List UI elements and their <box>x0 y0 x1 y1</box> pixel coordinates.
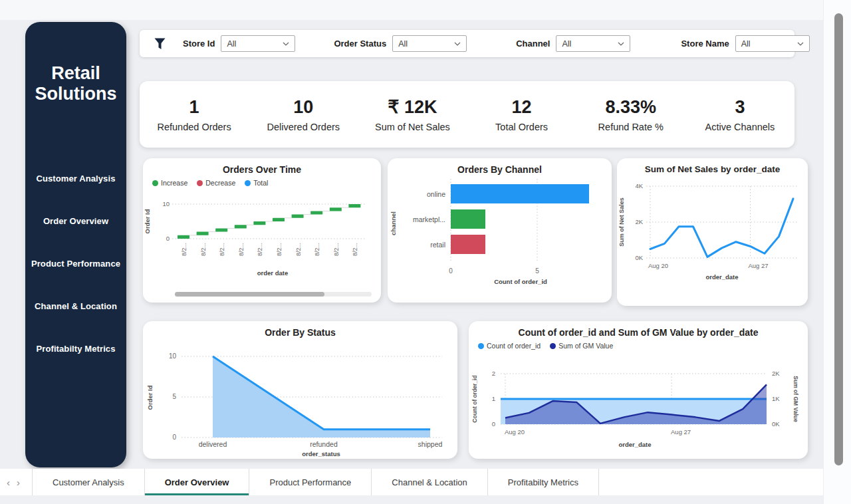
svg-text:Order Id: Order Id <box>144 209 151 233</box>
combo-plot: 00K11K22KAug 20Aug 27order_dateCount of … <box>469 350 801 451</box>
sidebar-item-profitability-metrics[interactable]: Profitabilty Metrics <box>25 344 126 354</box>
chart-orders-over-time: Orders Over Time Increase Decrease Total… <box>143 158 381 303</box>
sidebar-item-customer-analysis[interactable]: Customer Analysis <box>25 174 126 184</box>
kpi-label: Total Orders <box>467 122 576 132</box>
kpi-active-channels: 3 Active Channels <box>685 96 794 132</box>
chevron-down-icon <box>454 42 461 46</box>
tab-product-performance[interactable]: Product Performance <box>249 469 372 495</box>
sidebar-item-channel-location[interactable]: Channel & Location <box>25 301 126 312</box>
kpi-label: Refunded Orders <box>140 122 249 132</box>
sidebar-item-order-overview[interactable]: Order Overview <box>25 216 126 227</box>
kpi-delivered-orders: 10 Delivered Orders <box>249 96 358 132</box>
dashboard-page: Retail Solutions Customer Analysis Order… <box>0 0 851 504</box>
svg-text:5: 5 <box>172 393 176 400</box>
chart-title: Order By Status <box>143 321 457 338</box>
kpi-value: 10 <box>249 96 358 118</box>
tab-profitability-metrics[interactable]: Profitabilty Metrics <box>488 469 599 495</box>
svg-text:8/2...: 8/2... <box>276 243 283 256</box>
kpi-label: Active Channels <box>685 122 794 132</box>
legend-dot-total <box>245 180 251 186</box>
svg-text:8/2...: 8/2... <box>314 243 320 256</box>
chart-orders-by-channel: Orders By Channel onlinemarketpl...retai… <box>388 158 612 303</box>
svg-text:5: 5 <box>535 267 539 275</box>
filter-channel-label: Channel <box>516 39 550 49</box>
kpi-net-sales: ₹ 12K Sum of Net Sales <box>358 96 467 132</box>
chevron-down-icon <box>283 42 289 46</box>
filter-store-name-label: Store Name <box>681 39 729 49</box>
svg-text:4K: 4K <box>635 182 643 189</box>
sidebar-item-product-performance[interactable]: Product Performance <box>25 259 126 269</box>
svg-text:refunded: refunded <box>310 440 338 448</box>
svg-text:Aug 27: Aug 27 <box>748 262 768 269</box>
page-scrollbar-thumb[interactable] <box>834 13 843 465</box>
kpi-value: 1 <box>140 96 249 118</box>
svg-text:order_date: order_date <box>705 273 738 281</box>
svg-text:0K: 0K <box>635 254 643 261</box>
chevron-down-icon <box>618 42 624 46</box>
svg-text:0: 0 <box>449 267 453 275</box>
tab-prev-icon[interactable]: ‹ <box>7 477 10 488</box>
legend-dot-decrease <box>197 180 203 186</box>
filter-order-status: Order Status All <box>334 35 467 52</box>
svg-text:Sum of Net Sales: Sum of Net Sales <box>618 197 625 247</box>
svg-text:Sum of GM Value: Sum of GM Value <box>792 376 799 422</box>
legend-label: Decrease <box>205 179 235 187</box>
svg-text:order date: order date <box>257 269 288 277</box>
tab-customer-analysis[interactable]: Customer Analysis <box>33 469 145 495</box>
tab-order-overview[interactable]: Order Overview <box>145 469 250 495</box>
svg-text:Order Id: Order Id <box>146 385 154 410</box>
filter-store-id-dropdown[interactable]: All <box>221 35 295 52</box>
legend-dot-increase <box>152 180 158 186</box>
svg-text:1K: 1K <box>772 395 780 402</box>
filter-channel: Channel All <box>516 35 630 52</box>
svg-text:Aug 20: Aug 20 <box>505 428 525 436</box>
filter-store-id: Store Id All <box>183 35 295 52</box>
waterfall-plot: 100Order Id8/2...8/2...8/2...8/2...8/2..… <box>143 187 370 280</box>
legend-label: Sum of GM Value <box>558 342 613 350</box>
waterfall-scrollbar-thumb[interactable] <box>175 292 324 297</box>
svg-text:0: 0 <box>172 434 176 441</box>
legend-label: Count of order_id <box>487 342 541 350</box>
kpi-label: Refund Rate % <box>576 122 685 132</box>
svg-text:delivered: delivered <box>199 440 227 448</box>
chart-order-by-status: Order By Status 1050deliveredrefundedshi… <box>143 321 457 459</box>
waterfall-scrollbar-track[interactable] <box>175 292 372 297</box>
svg-text:shipped: shipped <box>418 440 443 448</box>
legend-dot-gm-value <box>550 343 556 349</box>
tab-channel-location[interactable]: Channel & Location <box>372 469 487 495</box>
svg-text:8/2...: 8/2... <box>219 243 225 256</box>
kpi-strip: 1 Refunded Orders 10 Delivered Orders ₹ … <box>140 81 794 148</box>
tab-next-icon[interactable]: › <box>17 477 20 488</box>
kpi-total-orders: 12 Total Orders <box>467 96 576 132</box>
filter-store-name: Store Name All <box>681 35 809 52</box>
chart-net-sales-by-date: Sum of Net Sales by order_date 0K2K4KAug… <box>617 158 808 306</box>
legend-label: Increase <box>161 179 187 187</box>
filter-order-status-label: Order Status <box>334 39 386 49</box>
filter-store-name-dropdown[interactable]: All <box>735 35 810 52</box>
page-bottom-strip <box>0 495 851 504</box>
sidebar-nav: Customer Analysis Order Overview Product… <box>25 174 126 354</box>
chart-legend: Count of order_id Sum of GM Value <box>469 338 808 350</box>
kpi-value: 3 <box>685 96 794 118</box>
chart-orderid-gmvalue-combo: Count of order_id and Sum of GM Value by… <box>469 321 808 459</box>
filter-bar: Store Id All Order Status All Channel Al… <box>140 30 794 57</box>
svg-text:2K: 2K <box>772 370 780 377</box>
svg-text:10: 10 <box>169 352 177 360</box>
svg-text:8/2...: 8/2... <box>200 243 207 256</box>
tab-nav-arrows: ‹ › <box>0 469 33 495</box>
svg-text:2K: 2K <box>635 218 643 225</box>
svg-text:2: 2 <box>492 370 495 377</box>
app-title: Retail Solutions <box>25 63 126 104</box>
svg-text:order_status: order_status <box>302 450 340 457</box>
svg-text:8/2...: 8/2... <box>238 243 245 256</box>
filter-channel-dropdown[interactable]: All <box>556 35 630 52</box>
page-scrollbar-track[interactable] <box>823 0 851 504</box>
svg-text:10: 10 <box>162 200 170 207</box>
svg-text:Count of order_id: Count of order_id <box>471 375 478 422</box>
filter-order-status-dropdown[interactable]: All <box>392 35 467 52</box>
svg-text:0: 0 <box>166 235 170 242</box>
chart-legend: Increase Decrease Total <box>143 175 381 187</box>
chart-title: Sum of Net Sales by order_date <box>617 158 808 174</box>
legend-label: Total <box>253 179 268 187</box>
svg-text:retail: retail <box>430 241 445 249</box>
